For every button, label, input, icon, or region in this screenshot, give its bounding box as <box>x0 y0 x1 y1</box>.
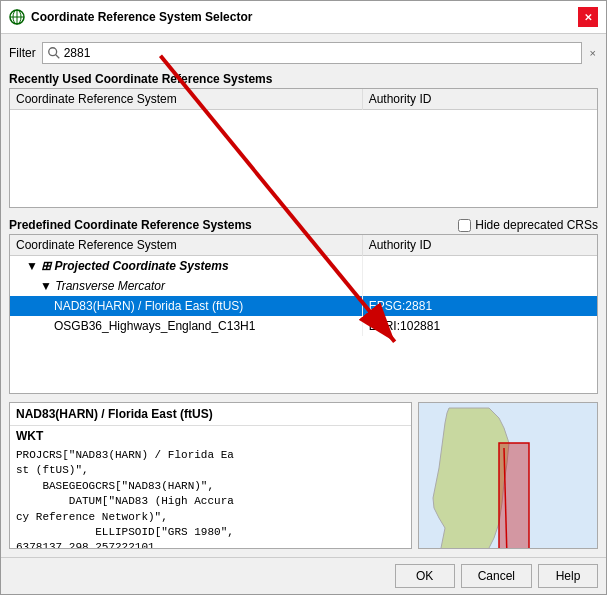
hide-deprecated-checkbox[interactable] <box>458 219 471 232</box>
hide-deprecated-wrap: Hide deprecated CRSs <box>458 218 598 232</box>
table-row[interactable]: ▼ ⊞ Projected Coordinate Systems <box>10 256 597 277</box>
wkt-content: PROJCRS["NAD83(HARN) / Florida Ea st (ft… <box>10 446 411 548</box>
title-bar: Coordinate Reference System Selector ✕ <box>1 1 606 34</box>
crs-selector-dialog: Coordinate Reference System Selector ✕ F… <box>0 0 607 595</box>
dialog-body: Filter × Recently Used Coordinate Refere… <box>1 34 606 557</box>
osgb36-crs-label: OSGB36_Highways_England_C13H1 <box>10 316 362 336</box>
projected-group-icon: ⊞ <box>41 259 54 273</box>
svg-rect-8 <box>499 443 529 548</box>
predefined-header-row-cols: Coordinate Reference System Authority ID <box>10 235 597 256</box>
search-icon <box>47 46 61 60</box>
filter-row: Filter × <box>9 42 598 64</box>
tree-expand-icon: ▼ <box>26 259 41 273</box>
tree-expand-icon2: ▼ <box>40 279 55 293</box>
table-row[interactable]: NAD83(HARN) / Florida East (ftUS) EPSG:2… <box>10 296 597 316</box>
nad83-harn-authority: EPSG:2881 <box>362 296 597 316</box>
hide-deprecated-label: Hide deprecated CRSs <box>475 218 598 232</box>
svg-point-4 <box>48 48 56 56</box>
predefined-col-crs: Coordinate Reference System <box>10 235 362 256</box>
title-bar-left: Coordinate Reference System Selector <box>9 9 252 25</box>
crs-icon <box>9 9 25 25</box>
ok-button[interactable]: OK <box>395 564 455 588</box>
crs-details-panel: NAD83(HARN) / Florida East (ftUS) WKT PR… <box>9 402 412 549</box>
close-button[interactable]: ✕ <box>578 7 598 27</box>
recently-used-crs-table: Coordinate Reference System Authority ID <box>10 89 597 110</box>
crs-details-title: NAD83(HARN) / Florida East (ftUS) <box>10 403 411 426</box>
predefined-col-auth: Authority ID <box>362 235 597 256</box>
group-projected: ▼ ⊞ Projected Coordinate Systems <box>10 256 362 277</box>
filter-input[interactable] <box>64 46 577 60</box>
table-row[interactable]: OSGB36_Highways_England_C13H1 ESRI:10288… <box>10 316 597 336</box>
filter-clear-button[interactable]: × <box>588 47 598 59</box>
recently-used-title: Recently Used Coordinate Reference Syste… <box>9 70 598 88</box>
recently-used-col-crs: Coordinate Reference System <box>10 89 362 110</box>
predefined-header-row: Predefined Coordinate Reference Systems … <box>9 216 598 234</box>
florida-map-svg <box>419 403 597 548</box>
help-button[interactable]: Help <box>538 564 598 588</box>
osgb36-authority: ESRI:102881 <box>362 316 597 336</box>
nad83-harn-crs-label: NAD83(HARN) / Florida East (ftUS) <box>10 296 362 316</box>
recently-used-header-row: Coordinate Reference System Authority ID <box>10 89 597 110</box>
predefined-table-container: Coordinate Reference System Authority ID… <box>9 234 598 394</box>
predefined-section: Predefined Coordinate Reference Systems … <box>9 214 598 394</box>
wkt-label: WKT <box>10 426 411 446</box>
table-row[interactable]: ▼ Transverse Mercator <box>10 276 597 296</box>
projected-group-label: Projected Coordinate Systems <box>55 259 229 273</box>
cancel-button[interactable]: Cancel <box>461 564 532 588</box>
predefined-title: Predefined Coordinate Reference Systems <box>9 216 252 234</box>
recently-used-section: Recently Used Coordinate Reference Syste… <box>9 70 598 208</box>
svg-marker-7 <box>433 408 509 548</box>
predefined-body: ▼ ⊞ Projected Coordinate Systems ▼ Trans… <box>10 256 597 337</box>
svg-line-5 <box>55 55 59 59</box>
recently-used-col-auth: Authority ID <box>362 89 597 110</box>
recently-used-table: Coordinate Reference System Authority ID <box>9 88 598 208</box>
filter-input-wrap <box>42 42 582 64</box>
dialog-footer: OK Cancel Help <box>1 557 606 594</box>
dialog-title: Coordinate Reference System Selector <box>31 10 252 24</box>
bottom-section: NAD83(HARN) / Florida East (ftUS) WKT PR… <box>9 402 598 549</box>
filter-label: Filter <box>9 46 36 60</box>
transverse-mercator-label: Transverse Mercator <box>55 279 165 293</box>
predefined-crs-table: Coordinate Reference System Authority ID… <box>10 235 597 336</box>
group-transverse-mercator: ▼ Transverse Mercator <box>10 276 362 296</box>
map-panel <box>418 402 598 549</box>
map-area <box>419 403 597 548</box>
